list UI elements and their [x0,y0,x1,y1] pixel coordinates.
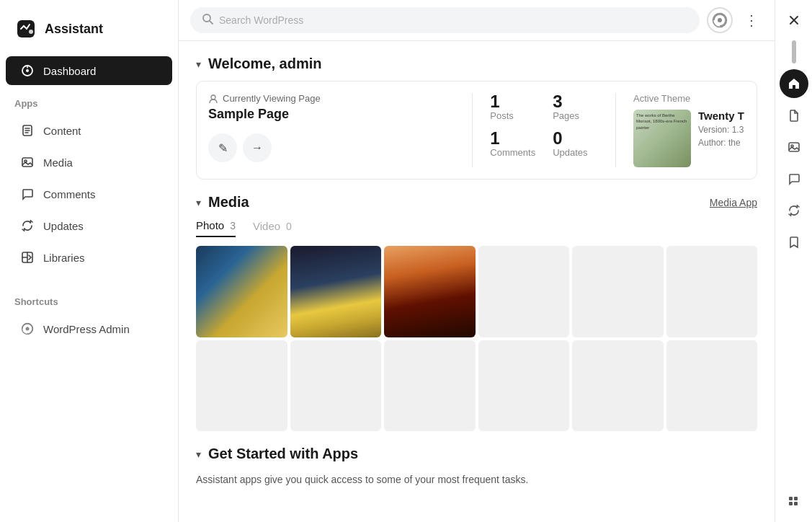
svg-rect-23 [789,497,793,500]
theme-author: Author: the [698,138,745,148]
media-item-5 [572,246,664,337]
media-item-10 [478,340,570,432]
topbar-more-button[interactable]: ⋮ [740,9,763,32]
edit-button[interactable]: ✎ [208,133,237,162]
svg-point-13 [26,327,30,331]
media-item-3[interactable] [384,246,476,337]
sidebar-item-updates-label: Updates [43,220,84,232]
svg-point-17 [718,18,722,22]
right-file-button[interactable] [780,101,808,130]
media-tab-photo-label: Photo [196,219,224,231]
sidebar-item-dashboard-label: Dashboard [43,65,96,77]
media-tab-video[interactable]: Video 0 [253,219,292,237]
sidebar-item-libraries-label: Libraries [43,252,85,264]
theme-thumbnail: The works of Berthe Morisot, 1800s-era F… [633,110,691,167]
right-sidebar [775,0,812,522]
right-image-button[interactable] [780,133,808,162]
get-started-title: Get Started with Apps [208,446,358,462]
svg-rect-24 [794,497,798,500]
currently-viewing-label: Currently Viewing Page [223,93,321,104]
svg-line-15 [210,21,213,24]
scrollbar-handle [792,40,796,63]
media-item-11 [572,340,664,432]
search-placeholder: Search WordPress [219,14,303,26]
sidebar-header: Assistant [0,12,178,55]
right-grid-button[interactable] [780,487,808,516]
app-title: Assistant [45,22,103,37]
media-tab-photo-count: 3 [230,220,236,231]
stat-posts: 1 Posts [490,93,535,121]
media-app-link[interactable]: Media App [710,197,757,208]
currently-viewing: Currently Viewing Page [208,93,472,104]
svg-rect-25 [789,502,793,505]
sidebar: Assistant Dashboard Apps Content [0,0,179,522]
goto-button[interactable]: → [243,133,272,162]
topbar-wp-button[interactable] [707,7,733,33]
media-tab-video-label: Video [253,220,280,232]
stat-pages-number: 3 [553,93,598,110]
welcome-stats: 1 Posts 3 Pages 1 Comments 0 Updates [472,93,615,167]
media-item-4 [478,246,570,337]
content-icon [20,123,35,138]
media-item-6 [666,246,758,337]
sidebar-item-updates[interactable]: Updates [6,211,172,240]
stat-posts-label: Posts [490,110,535,121]
sidebar-item-comments[interactable]: Comments [6,180,172,208]
get-started-section-header: ▾ Get Started with Apps [196,431,757,471]
media-tab-photo[interactable]: Photo 3 [196,219,236,237]
right-comment-button[interactable] [780,164,808,193]
welcome-chevron[interactable]: ▾ [196,58,201,70]
updates-icon [20,218,35,233]
sidebar-item-media[interactable]: Media [6,148,172,177]
stat-comments-number: 1 [490,130,535,147]
media-grid [196,246,757,431]
svg-point-3 [26,69,29,72]
wp-icon [20,322,35,336]
theme-thumb-bg: The works of Berthe Morisot, 1800s-era F… [633,110,691,167]
page-name: Sample Page [208,107,472,122]
right-home-button[interactable] [780,69,808,98]
sidebar-item-dashboard[interactable]: Dashboard [6,56,172,85]
shortcuts-label: Shortcuts [0,291,178,313]
active-theme-label: Active Theme [633,93,745,104]
svg-rect-9 [22,158,32,167]
welcome-left: Currently Viewing Page Sample Page ✎ → [208,93,472,167]
comments-icon [20,187,35,201]
media-item-2[interactable] [290,246,382,337]
sidebar-item-comments-label: Comments [43,188,96,200]
content-area: ▾ Welcome, admin Currently Viewing Page … [179,41,775,522]
stat-updates-label: Updates [553,147,598,158]
sidebar-item-wp-admin[interactable]: WordPress Admin [6,314,172,343]
stat-pages-label: Pages [553,110,598,121]
media-item-9 [384,340,476,432]
assistant-logo [14,17,37,40]
media-item-8 [290,340,382,432]
search-bar[interactable]: Search WordPress [190,7,700,33]
media-title: Media [208,194,249,211]
stat-updates: 0 Updates [553,130,598,158]
right-refresh-button[interactable] [780,196,808,225]
media-item-12 [666,340,758,432]
welcome-theme: Active Theme The works of Berthe Morisot… [615,93,745,167]
stat-updates-number: 0 [553,130,598,147]
sidebar-item-libraries[interactable]: Libraries [6,243,172,272]
topbar: Search WordPress ⋮ [179,0,775,41]
right-bookmark-button[interactable] [780,228,808,257]
stat-comments: 1 Comments [490,130,535,158]
get-started-description: Assistant apps give you quick access to … [196,474,757,485]
sidebar-item-content[interactable]: Content [6,116,172,145]
theme-preview: The works of Berthe Morisot, 1800s-era F… [633,110,745,167]
get-started-chevron[interactable]: ▾ [196,448,201,460]
media-chevron[interactable]: ▾ [196,197,201,208]
main-area: Search WordPress ⋮ ▾ Welcome, admin [179,0,775,522]
media-section-header: ▾ Media Media App [196,180,757,219]
media-icon [20,155,35,169]
stat-posts-number: 1 [490,93,535,110]
media-item-1[interactable] [196,246,287,337]
svg-rect-26 [794,502,798,505]
close-button[interactable] [780,6,808,35]
welcome-section-header: ▾ Welcome, admin [196,41,757,81]
theme-version: Version: 1.3 [698,125,745,135]
welcome-card: Currently Viewing Page Sample Page ✎ → 1… [196,81,757,180]
svg-point-18 [211,95,215,99]
